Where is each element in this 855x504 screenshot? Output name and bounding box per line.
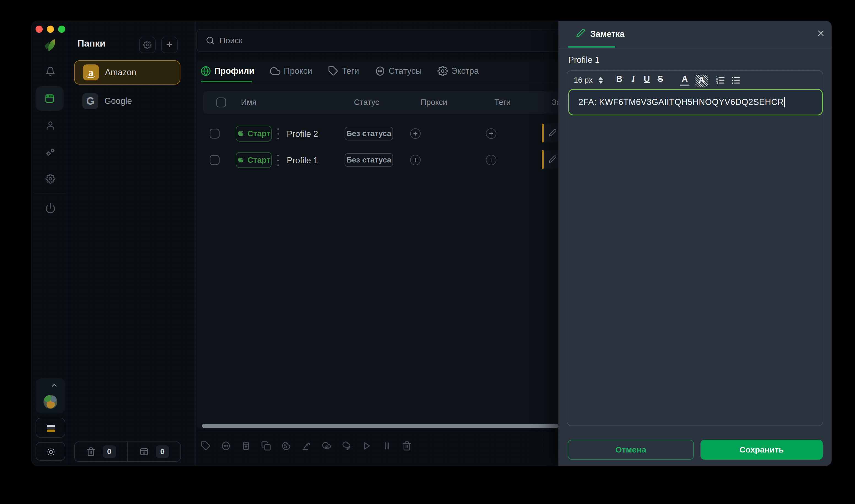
- tabs-bar: Профили Прокси Теги Статусы: [196, 60, 582, 82]
- column-tags[interactable]: Теги: [495, 98, 511, 107]
- import-count: 0: [156, 445, 169, 458]
- highlight-button[interactable]: A: [695, 75, 708, 87]
- delete-icon[interactable]: [402, 441, 412, 451]
- bold-button[interactable]: B: [616, 74, 622, 84]
- cloud-edit-icon[interactable]: [342, 441, 352, 451]
- theme-toggle-button[interactable]: [36, 442, 65, 461]
- status-badge[interactable]: Без статуса: [344, 127, 393, 141]
- cookies-icon[interactable]: [281, 441, 291, 451]
- row-menu-kebab-icon[interactable]: [277, 155, 279, 166]
- tab-statuses[interactable]: Статусы: [375, 66, 422, 76]
- select-all-checkbox[interactable]: [216, 97, 226, 107]
- automation-gears-icon[interactable]: [45, 147, 56, 158]
- tab-extra[interactable]: Экстра: [438, 66, 479, 76]
- team-person-icon[interactable]: [46, 121, 55, 130]
- text-color-button[interactable]: A: [680, 74, 690, 86]
- settings-gear-icon[interactable]: [46, 174, 55, 184]
- browser-window-icon: [44, 94, 55, 104]
- ordered-list-icon[interactable]: 123: [715, 75, 725, 85]
- apple-icon: [237, 156, 245, 164]
- drawer-divider: [558, 48, 832, 49]
- profile-name[interactable]: Profile 1: [287, 156, 318, 165]
- sun-icon: [46, 447, 56, 457]
- table-row[interactable]: Старт Profile 2 Без статуса + +: [196, 122, 582, 146]
- import-counter-button[interactable]: 0: [127, 442, 180, 461]
- active-tab-indicator: [201, 81, 252, 82]
- notifications-bell-icon[interactable]: [46, 66, 55, 76]
- close-icon[interactable]: [816, 29, 825, 38]
- sidebar-item-profiles-active[interactable]: [36, 86, 64, 111]
- minimize-window-button[interactable]: [47, 25, 54, 33]
- trash-icon: [86, 447, 95, 456]
- drawer-title: Заметка: [590, 29, 624, 39]
- trash-counter-button[interactable]: 0: [75, 442, 127, 461]
- account-block[interactable]: [36, 378, 65, 413]
- power-icon[interactable]: [45, 203, 56, 214]
- start-profile-button[interactable]: Старт: [236, 152, 272, 168]
- zoom-window-button[interactable]: [58, 25, 65, 33]
- tab-proxies[interactable]: Прокси: [270, 66, 313, 76]
- app-window: Папки + a Amazon G Google: [31, 21, 832, 466]
- collapse-chevron-icon[interactable]: [50, 381, 58, 389]
- color-swatch: [680, 85, 690, 86]
- row-menu-kebab-icon[interactable]: [277, 128, 279, 139]
- folder-item-amazon[interactable]: a Amazon: [74, 60, 180, 85]
- add-tag-icon[interactable]: +: [486, 128, 496, 139]
- folders-settings-button[interactable]: [139, 37, 156, 53]
- font-size-value[interactable]: 16 px: [574, 76, 593, 85]
- tab-profiles[interactable]: Профили: [200, 66, 254, 76]
- run-icon[interactable]: [362, 441, 372, 451]
- pause-icon[interactable]: [382, 441, 392, 451]
- profile-name[interactable]: Profile 2: [287, 129, 318, 139]
- automation-icon[interactable]: [301, 441, 311, 451]
- tab-tags[interactable]: Теги: [328, 66, 359, 76]
- note-text-input[interactable]: 2FA: KWF6TM6V3GAIITQH5HNOQYV6DQ2SEHCR: [568, 89, 823, 115]
- table-row[interactable]: Старт Profile 1 Без статуса + +: [196, 148, 582, 172]
- horizontal-scrollbar[interactable]: [202, 424, 558, 428]
- bulk-actions-toolbar: [201, 441, 412, 451]
- underline-button[interactable]: U: [644, 74, 650, 84]
- plan-card-button[interactable]: [36, 418, 65, 438]
- column-name[interactable]: Имя: [241, 98, 257, 107]
- strikethrough-button[interactable]: S: [658, 74, 663, 84]
- amazon-folder-icon: a: [83, 65, 99, 80]
- font-size-stepper-icon[interactable]: [598, 75, 604, 85]
- avatar[interactable]: [43, 395, 57, 409]
- cancel-button[interactable]: Отмена: [568, 440, 694, 460]
- close-window-button[interactable]: [36, 25, 43, 33]
- row-checkbox[interactable]: [210, 155, 219, 165]
- start-profile-button[interactable]: Старт: [236, 126, 272, 142]
- folder-item-google[interactable]: G Google: [74, 89, 180, 113]
- sidebar: [32, 21, 69, 466]
- add-proxy-icon[interactable]: +: [410, 128, 421, 139]
- folder-counters: 0 0: [74, 442, 181, 462]
- add-tag-icon[interactable]: +: [486, 155, 496, 165]
- tag-icon: [328, 66, 339, 76]
- status-icon[interactable]: [221, 441, 231, 451]
- add-folder-button[interactable]: +: [161, 37, 178, 53]
- duplicate-icon[interactable]: [261, 441, 271, 451]
- export-icon[interactable]: [241, 441, 251, 451]
- profiles-panel: Профили Прокси Теги Статусы: [196, 60, 582, 429]
- folders-panel: Папки + a Amazon G Google: [69, 21, 196, 466]
- note-profile-label: Profile 1: [568, 55, 600, 65]
- globe-icon: [200, 66, 211, 76]
- plan-card-icon: [44, 422, 58, 434]
- status-badge[interactable]: Без статуса: [344, 153, 393, 167]
- bullet-list-icon[interactable]: [731, 75, 741, 85]
- window-controls: [36, 25, 65, 33]
- text-cursor: [784, 97, 785, 107]
- column-status[interactable]: Статус: [354, 98, 379, 107]
- column-proxy[interactable]: Прокси: [421, 98, 447, 107]
- tag-icon[interactable]: [201, 441, 211, 451]
- note-text-value: 2FA: KWF6TM6V3GAIITQH5HNOQYV6DQ2SEHCR: [578, 97, 784, 107]
- google-folder-icon: G: [82, 93, 98, 109]
- add-proxy-icon[interactable]: +: [410, 155, 421, 165]
- search-placeholder: Поиск: [219, 36, 243, 45]
- search-input[interactable]: Поиск: [196, 29, 582, 52]
- gear-icon: [438, 66, 448, 76]
- row-checkbox[interactable]: [210, 129, 219, 139]
- save-button[interactable]: Сохранить: [700, 440, 823, 460]
- cloud-sync-icon[interactable]: [321, 441, 331, 451]
- italic-button[interactable]: I: [631, 74, 635, 84]
